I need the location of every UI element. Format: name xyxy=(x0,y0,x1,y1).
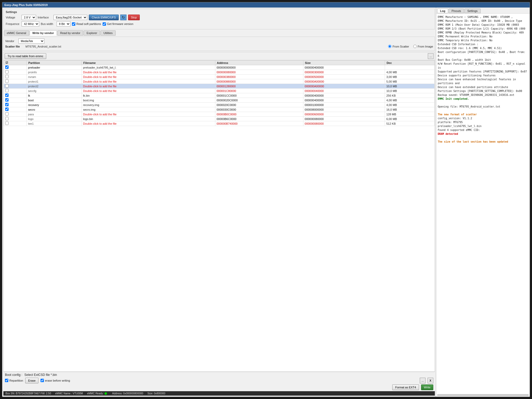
log-entry: Extended CSD rev: 1.6 (MMC 4.5, MMC 4.51… xyxy=(438,46,528,50)
cell-address: 000000380000 xyxy=(215,75,303,79)
cell-check[interactable] xyxy=(4,84,27,89)
table-row[interactable]: proinfo Double-click to add the file 000… xyxy=(4,70,435,75)
log-entry: DRAM detected xyxy=(438,132,528,136)
erase-before-checkbox[interactable] xyxy=(41,379,44,382)
get-firmware-checkbox[interactable] xyxy=(103,22,106,26)
buswidth-select[interactable]: 8 Bit 4 Bit 1 Bit xyxy=(57,21,70,26)
tab-emmc-general[interactable]: eMMC General xyxy=(4,30,29,36)
cell-filename[interactable]: recovery.img xyxy=(82,103,215,107)
cell-filename[interactable]: boot.img xyxy=(82,98,215,103)
bottom-ellipsis-btn[interactable]: ... xyxy=(420,378,425,383)
cell-check[interactable] xyxy=(4,79,27,84)
tab-read-by-vendor[interactable]: Read by vendor xyxy=(57,30,83,36)
cell-filename[interactable]: Double-click to add the file xyxy=(82,84,215,89)
table-row[interactable]: protect1 Double-click to add the file 00… xyxy=(4,79,435,84)
log-scrollbar[interactable] xyxy=(437,394,529,396)
repartition-check[interactable]: Repartition xyxy=(5,379,23,382)
table-row[interactable]: protect2 Double-click to add the file 00… xyxy=(4,84,435,89)
from-scatter-radio[interactable]: From Scatter xyxy=(388,45,409,48)
cell-filename[interactable]: secro.img xyxy=(82,107,215,112)
bottom-close-btn[interactable]: X xyxy=(428,378,433,383)
cell-address: 00000B6C0000 xyxy=(215,117,303,121)
stop-btn[interactable]: Stop xyxy=(128,15,140,20)
voltage-select[interactable]: 2.8 V 1.8 V 3.3 V xyxy=(22,15,36,20)
write-btn[interactable]: Write xyxy=(421,384,433,390)
table-row[interactable]: preloader preloader_lcsh6795_lwt_l. 0000… xyxy=(4,65,435,70)
get-firmware-check[interactable]: Get firmware version xyxy=(103,22,133,26)
cell-check[interactable] xyxy=(4,70,27,75)
col-dec: Dec xyxy=(385,61,435,65)
cell-dec: 512 KB xyxy=(385,121,435,126)
cell-filename[interactable]: lk.bin xyxy=(82,93,215,98)
cell-partition: nvram xyxy=(27,75,82,79)
cell-filename[interactable]: Double-click to add the file xyxy=(82,70,215,75)
cell-dec: 4,00 MB xyxy=(385,98,435,103)
table-row[interactable]: seccfg Double-click to add the file 0000… xyxy=(4,89,435,93)
tab-utilities[interactable]: Utilities xyxy=(101,30,115,36)
log-entry: Found 4 supported eMMC CID: xyxy=(438,128,528,132)
cell-check[interactable] xyxy=(4,98,27,103)
cell-size: 000000080000 xyxy=(303,117,385,121)
right-tab-pinouts[interactable]: Pinouts xyxy=(449,9,464,13)
log-entry xyxy=(438,136,528,140)
cell-check[interactable] xyxy=(4,75,27,79)
log-entry: EMMC Manufacture ID: 0x15 , OEM ID: 0x00… xyxy=(438,19,528,23)
table-row[interactable]: logo logo.bin 00000B6C0000 000000080000 … xyxy=(4,117,435,121)
cell-filename[interactable]: Double-click to add the file xyxy=(82,121,215,126)
try-read-btn[interactable]: Try to read table from emmc xyxy=(5,53,46,59)
cell-address: 000000B740000 xyxy=(215,121,303,126)
bottom-row-2: Repartition Erase erase before writing .… xyxy=(5,378,433,383)
frequence-select[interactable]: 42 MHz 24 MHz xyxy=(22,21,39,26)
table-wrapper[interactable]: ☑ Partition Filename Address Size Dec pr… xyxy=(4,60,435,371)
cell-check[interactable] xyxy=(4,65,27,70)
table-section: Try to read table from emmc ... ☑ Partit… xyxy=(3,52,435,372)
table-row[interactable]: boot boot.img 00000020C0000 000000400000… xyxy=(4,98,435,103)
log-entry: The size of the last section has been up… xyxy=(438,140,528,144)
repartition-checkbox[interactable] xyxy=(5,379,8,382)
bottom-bar: Boot config : Select ExtCSD file *.bin R… xyxy=(3,372,435,391)
cell-filename[interactable]: Double-click to add the file xyxy=(82,89,215,93)
table-ellipsis-btn[interactable]: ... xyxy=(428,53,434,59)
cell-check[interactable] xyxy=(4,93,27,98)
cell-check[interactable] xyxy=(4,107,27,112)
table-row[interactable]: tee1 Double-click to add the file 000000… xyxy=(4,121,435,126)
right-tab-settings[interactable]: Settings xyxy=(464,9,481,13)
check-emmc-btn[interactable]: Check EMMC/UFS xyxy=(89,15,119,20)
cell-filename[interactable]: Double-click to add the file xyxy=(82,112,215,117)
read-soft-partitions-check[interactable]: Read soft partitions xyxy=(72,22,101,26)
from-image-radio[interactable]: From Image xyxy=(413,45,433,48)
cell-dec: 10,0 MB xyxy=(385,89,435,93)
table-row[interactable]: secro secro.img 0000030C0000 00000800000… xyxy=(4,107,435,112)
tab-explorer[interactable]: Explorer xyxy=(84,30,100,36)
right-tab-log[interactable]: Log xyxy=(437,9,448,13)
interface-select[interactable]: EasyJtag2/E-Socket USB xyxy=(54,15,87,20)
log-entry xyxy=(438,109,528,112)
cell-check[interactable] xyxy=(4,112,27,117)
table-row[interactable]: nvram Double-click to add the file 00000… xyxy=(4,75,435,79)
cell-filename[interactable]: preloader_lcsh6795_lwt_l. xyxy=(82,65,215,70)
cell-check[interactable] xyxy=(4,89,27,93)
refresh-btn[interactable]: ↻ xyxy=(120,15,127,20)
size-info: Size: 0x800000 xyxy=(147,392,165,395)
interface-label: Interface xyxy=(38,16,52,19)
format-btn[interactable]: Format as EXT4 xyxy=(392,384,419,390)
table-row[interactable]: para Double-click to add the file 00000B… xyxy=(4,112,435,117)
tab-write-by-vendor[interactable]: Write by vendor xyxy=(30,30,57,36)
erase-before-check[interactable]: erase before writing xyxy=(41,379,70,382)
bottom-row-1: Boot config : Select ExtCSD file *.bin xyxy=(5,373,433,377)
vendor-select[interactable]: MediaTek Qualcomm xyxy=(18,38,44,44)
cell-filename[interactable]: Double-click to add the file xyxy=(82,75,215,79)
cell-address: 00000B0C0000 xyxy=(215,112,303,117)
table-row[interactable]: recovery recovery.img 0000020C0000 00000… xyxy=(4,103,435,107)
table-row[interactable]: lk lk.bin 000001CC0000 000000400000 256 … xyxy=(4,93,435,98)
frequence-label: Frequence xyxy=(6,22,20,25)
erase-btn[interactable]: Erase xyxy=(25,378,38,383)
cell-filename[interactable]: Double-click to add the file xyxy=(82,79,215,84)
cell-partition: tee1 xyxy=(27,121,82,126)
cell-check[interactable] xyxy=(4,121,27,126)
read-soft-checkbox[interactable] xyxy=(72,22,75,26)
cell-address: 000001280000 xyxy=(215,84,303,89)
cell-check[interactable] xyxy=(4,117,27,121)
cell-check[interactable] xyxy=(4,103,27,107)
cell-filename[interactable]: logo.bin xyxy=(82,117,215,121)
